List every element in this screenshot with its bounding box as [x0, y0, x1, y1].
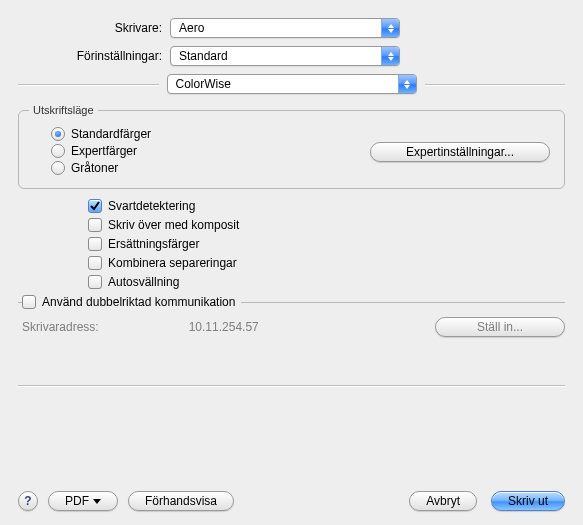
- printer-select-value: Aero: [179, 21, 204, 35]
- radio-grayscale[interactable]: [51, 161, 65, 175]
- pane-select-value: ColorWise: [176, 77, 231, 91]
- chevron-updown-icon: [381, 47, 399, 65]
- pdf-menu-button[interactable]: PDF: [48, 491, 118, 511]
- configure-button[interactable]: Ställ in...: [435, 317, 565, 337]
- cancel-button[interactable]: Avbryt: [409, 491, 477, 511]
- pane-select[interactable]: ColorWise: [167, 74, 417, 94]
- chevron-updown-icon: [398, 75, 416, 93]
- printer-select[interactable]: Aero: [170, 18, 400, 38]
- presets-select[interactable]: Standard: [170, 46, 400, 66]
- print-button[interactable]: Skriv ut: [491, 491, 565, 511]
- radio-standard-colors[interactable]: [51, 127, 65, 141]
- radio-expert-colors[interactable]: [51, 144, 65, 158]
- printer-address-label: Skrivaradress:: [22, 320, 99, 334]
- checkbox-overwrite-composite-label: Skriv över med komposit: [108, 218, 239, 232]
- divider: [425, 84, 566, 85]
- check-icon: [90, 201, 100, 211]
- checkbox-overwrite-composite[interactable]: [88, 218, 102, 232]
- divider: [18, 385, 565, 386]
- chevron-updown-icon: [381, 19, 399, 37]
- help-button[interactable]: ?: [18, 491, 38, 511]
- checkbox-substitute-colors-label: Ersättningsfärger: [108, 237, 199, 251]
- radio-grayscale-label: Gråtoner: [71, 161, 118, 175]
- checkbox-bidirectional[interactable]: [22, 295, 36, 309]
- presets-label: Förinställningar:: [18, 49, 170, 63]
- printer-label: Skrivare:: [18, 21, 170, 35]
- checkbox-black-detection[interactable]: [88, 199, 102, 213]
- checkbox-black-detection-label: Svartdetektering: [108, 199, 195, 213]
- bidirectional-group: Använd dubbelriktad kommunikation Skriva…: [18, 295, 565, 337]
- checkbox-combine-separations[interactable]: [88, 256, 102, 270]
- checkbox-auto-trapping-label: Autosvällning: [108, 275, 179, 289]
- radio-expert-label: Expertfärger: [71, 144, 137, 158]
- radio-standard-label: Standardfärger: [71, 127, 151, 141]
- checkbox-bidirectional-label: Använd dubbelriktad kommunikation: [42, 295, 235, 309]
- expert-settings-button[interactable]: Expertinställningar...: [370, 142, 550, 162]
- print-mode-group: Utskriftsläge Standardfärger Expertfärge…: [18, 104, 565, 189]
- preview-button[interactable]: Förhandsvisa: [128, 491, 234, 511]
- checkbox-substitute-colors[interactable]: [88, 237, 102, 251]
- divider: [18, 84, 159, 85]
- print-mode-legend: Utskriftsläge: [29, 104, 98, 116]
- chevron-down-icon: [93, 499, 101, 504]
- checkbox-auto-trapping[interactable]: [88, 275, 102, 289]
- options-group: Svartdetektering Skriv över med komposit…: [18, 199, 565, 289]
- presets-select-value: Standard: [179, 49, 228, 63]
- checkbox-combine-separations-label: Kombinera separeringar: [108, 256, 237, 270]
- pdf-menu-label: PDF: [65, 494, 89, 508]
- printer-address-value: 10.11.254.57: [189, 320, 259, 334]
